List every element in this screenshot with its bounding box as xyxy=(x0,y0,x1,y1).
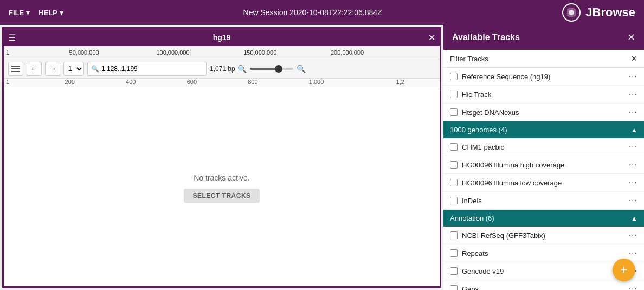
track-name-ncbi: NCBI RefSeq (GFF3Tabix) xyxy=(462,231,624,240)
svg-point-1 xyxy=(569,10,574,15)
scale-tick-3: 150,000,000 xyxy=(243,49,276,56)
track-checkbox-reference-sequence[interactable] xyxy=(450,73,458,80)
select-tracks-button[interactable]: SELECT TRACKS xyxy=(184,189,259,203)
track-name-reference-sequence: Reference Sequence (hg19) xyxy=(462,73,624,81)
browser-header: ☰ hg19 ✕ xyxy=(4,29,440,46)
track-name-gaps: Gaps xyxy=(462,285,624,291)
ruler-label-1: 200 xyxy=(65,79,75,85)
scale-tick-4: 200,000,000 xyxy=(331,49,364,56)
track-dots-ncbi[interactable]: ··· xyxy=(629,230,637,240)
track-item-htsget: Htsget DNANexus ··· xyxy=(443,104,644,121)
file-menu-label: FILE xyxy=(9,9,24,17)
track-group-annotation-chevron: ▲ xyxy=(631,215,637,222)
filter-close-button[interactable]: ✕ xyxy=(631,54,637,63)
track-checkbox-hg00096-high[interactable] xyxy=(450,161,458,169)
bp-value: 1,071 bp xyxy=(210,65,235,73)
ruler-label-4: 800 xyxy=(248,79,257,85)
nav-hamburger-button[interactable] xyxy=(8,62,23,76)
search-box: 🔍 xyxy=(87,62,207,76)
track-dots-reference-sequence[interactable]: ··· xyxy=(629,72,637,81)
track-name-hg00096-low: HG00096 Illumina low coverage xyxy=(462,179,624,187)
track-checkbox-htsget[interactable] xyxy=(450,108,458,116)
track-checkbox-ncbi[interactable] xyxy=(450,231,458,239)
filter-tracks-row: Filter Tracks ✕ xyxy=(443,50,644,68)
hamburger-icon xyxy=(11,66,20,72)
file-menu[interactable]: FILE ▾ xyxy=(9,9,30,17)
track-dots-chm1[interactable]: ··· xyxy=(629,142,637,152)
track-name-chm1: CHM1 pacbio xyxy=(462,143,624,151)
browser-close-button[interactable]: ✕ xyxy=(428,33,435,43)
track-item-repeats: Repeats ··· xyxy=(443,244,644,262)
add-track-fab-button[interactable]: + xyxy=(613,259,635,281)
track-name-hic: Hic Track xyxy=(462,91,624,99)
track-area: No tracks active. SELECT TRACKS xyxy=(4,89,440,286)
track-dots-htsget[interactable]: ··· xyxy=(629,107,637,117)
tracks-panel: Available Tracks ✕ Filter Tracks ✕ Refer… xyxy=(443,25,644,290)
zoom-out-icon[interactable]: 🔍 xyxy=(237,65,247,73)
track-group-1000genomes-label: 1000 genomes (4) xyxy=(450,126,507,134)
ruler-label-5: 1,000 xyxy=(309,79,324,85)
tracks-panel-close-button[interactable]: ✕ xyxy=(627,31,635,43)
nav-forward-button[interactable]: → xyxy=(45,62,60,76)
track-dots-gaps[interactable]: ··· xyxy=(629,284,637,290)
track-checkbox-indels[interactable] xyxy=(450,197,458,204)
zoom-slider[interactable] xyxy=(250,68,293,70)
back-icon: ← xyxy=(30,65,38,73)
browser-panel: ☰ hg19 ✕ 1 50,000,000 100,000,000 150,00… xyxy=(2,27,441,288)
bp-display: 1,071 bp 🔍 xyxy=(210,65,247,73)
search-input[interactable] xyxy=(101,65,203,73)
svg-rect-4 xyxy=(11,71,20,72)
filter-tracks-label: Filter Tracks xyxy=(450,55,627,63)
track-item-reference-sequence: Reference Sequence (hg19) ··· xyxy=(443,68,644,86)
track-name-hg00096-high: HG00096 Illumina high coverage xyxy=(462,161,624,169)
main-layout: ☰ hg19 ✕ 1 50,000,000 100,000,000 150,00… xyxy=(0,25,644,290)
zoom-slider-container xyxy=(250,68,293,70)
scale-tick-0: 1 xyxy=(6,49,9,56)
forward-icon: → xyxy=(49,65,56,73)
track-checkbox-gaps[interactable] xyxy=(450,285,458,290)
track-checkbox-repeats[interactable] xyxy=(450,249,458,257)
ruler-label-0: 1 xyxy=(6,79,9,85)
track-checkbox-gencode[interactable] xyxy=(450,267,458,275)
track-group-annotation[interactable]: Annotation (6) ▲ xyxy=(443,210,644,227)
track-item-indels: InDels ··· xyxy=(443,192,644,210)
ruler-label-2: 400 xyxy=(126,79,136,85)
track-item-gaps: Gaps ··· xyxy=(443,280,644,290)
session-title: New Session 2020-10-08T22:22:06.884Z xyxy=(63,8,562,17)
position-ruler: 1 200 400 600 800 1,000 1,2 xyxy=(4,79,440,89)
track-dots-hg00096-low[interactable]: ··· xyxy=(629,178,637,188)
track-name-indels: InDels xyxy=(462,197,624,205)
track-name-gencode: Gencode v19 xyxy=(462,267,624,275)
track-item-hg00096-high: HG00096 Illumina high coverage ··· xyxy=(443,156,644,174)
track-dots-hic[interactable]: ··· xyxy=(629,89,637,99)
app-logo: JBrowse xyxy=(562,3,635,22)
browser-title: hg19 xyxy=(213,33,231,42)
ruler-label-3: 600 xyxy=(187,79,197,85)
tracks-list: Reference Sequence (hg19) ··· Hic Track … xyxy=(443,68,644,290)
tracks-panel-title: Available Tracks xyxy=(452,33,520,42)
svg-rect-3 xyxy=(11,68,20,69)
top-bar-menus: FILE ▾ HELP ▾ xyxy=(9,9,63,17)
scale-tick-2: 100,000,000 xyxy=(156,49,189,56)
track-dots-hg00096-high[interactable]: ··· xyxy=(629,160,637,170)
nav-toolbar: ← → 1 2 3 🔍 1,071 bp 🔍 🔍 xyxy=(4,59,440,79)
track-group-1000genomes[interactable]: 1000 genomes (4) ▲ xyxy=(443,121,644,138)
track-checkbox-hic[interactable] xyxy=(450,91,458,98)
jbrowse-logo-icon xyxy=(562,3,581,22)
browser-hamburger-icon[interactable]: ☰ xyxy=(8,33,16,43)
app-name: JBrowse xyxy=(585,5,635,20)
no-tracks-message: No tracks active. xyxy=(194,173,249,182)
chromosome-select[interactable]: 1 2 3 xyxy=(63,62,84,76)
track-dots-indels[interactable]: ··· xyxy=(629,196,637,205)
track-checkbox-chm1[interactable] xyxy=(450,143,458,151)
zoom-in-icon[interactable]: 🔍 xyxy=(297,65,306,73)
track-group-1000genomes-chevron: ▲ xyxy=(631,126,637,134)
nav-back-button[interactable]: ← xyxy=(27,62,42,76)
track-dots-repeats[interactable]: ··· xyxy=(629,248,637,258)
track-item-hg00096-low: HG00096 Illumina low coverage ··· xyxy=(443,174,644,192)
track-name-htsget: Htsget DNANexus xyxy=(462,108,624,117)
help-menu-label: HELP xyxy=(38,9,57,17)
help-menu[interactable]: HELP ▾ xyxy=(38,9,63,17)
track-checkbox-hg00096-low[interactable] xyxy=(450,179,458,186)
scale-bar: 1 50,000,000 100,000,000 150,000,000 200… xyxy=(4,46,440,59)
